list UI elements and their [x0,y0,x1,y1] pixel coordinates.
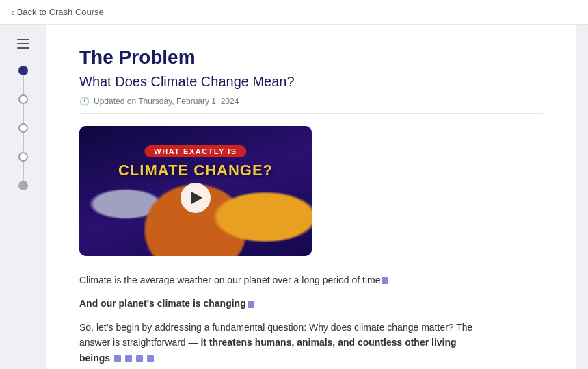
paragraph-1-text: Climate is the average weather on our pl… [79,275,380,285]
back-label: Back to Crash Course [17,7,104,17]
content-area: The Problem What Does Climate Change Mea… [46,25,576,369]
progress-line-3 [23,133,24,152]
sidebar [0,25,46,369]
progress-line-1 [23,75,24,94]
back-link[interactable]: ‹ Back to Crash Course [11,7,104,18]
updated-text: Updated on Thursday, February 1, 2024 [94,97,239,106]
progress-item-5 [18,181,28,190]
progress-line-2 [23,104,24,123]
clock-icon: 🕐 [79,97,90,106]
sidebar-menu-button[interactable] [12,33,34,55]
progress-track [0,66,46,190]
video-main-text: CLIMATE CHANGE? [79,162,312,179]
top-bar: ‹ Back to Crash Course [0,0,588,25]
progress-item-1 [18,66,28,94]
progress-dot-1[interactable] [18,66,28,75]
external-link-icon-2[interactable] [248,301,254,308]
updated-line: 🕐 Updated on Thursday, February 1, 2024 [79,97,543,114]
menu-line-3 [17,47,29,49]
progress-item-2 [18,94,28,123]
page-subtitle: What Does Climate Change Mean? [79,74,543,90]
paragraph-3: So, let’s begin by addressing a fundamen… [79,320,476,366]
progress-item-4 [18,152,28,181]
main-layout: The Problem What Does Climate Change Mea… [0,25,588,369]
progress-dot-2[interactable] [18,94,28,104]
video-thumbnail[interactable]: WHAT EXACTLY IS CLIMATE CHANGE? [79,126,312,256]
paragraph-2-text: And our planet's climate is changing [79,298,246,309]
video-play-button[interactable] [181,183,211,213]
progress-line-4 [23,162,24,181]
page-title: The Problem [79,47,543,68]
video-banner-text: WHAT EXACTLY IS [144,145,246,157]
right-panel [576,25,588,369]
progress-dot-5[interactable] [18,181,28,190]
article-body: Climate is the average weather on our pl… [79,272,476,369]
external-link-icon-3d[interactable] [147,355,154,362]
paragraph-2: And our planet's climate is changing [79,296,476,311]
menu-line-2 [17,43,29,44]
progress-dot-3[interactable] [18,123,28,133]
external-link-icon-1[interactable] [382,277,388,284]
progress-item-3 [18,123,28,152]
external-link-icon-3b[interactable] [125,355,132,362]
paragraph-1: Climate is the average weather on our pl… [79,272,476,288]
back-arrow-icon: ‹ [11,7,14,18]
external-link-icon-3c[interactable] [136,355,143,362]
external-link-icon-3a[interactable] [114,355,121,362]
menu-line-1 [17,39,29,40]
progress-dot-4[interactable] [18,152,28,162]
